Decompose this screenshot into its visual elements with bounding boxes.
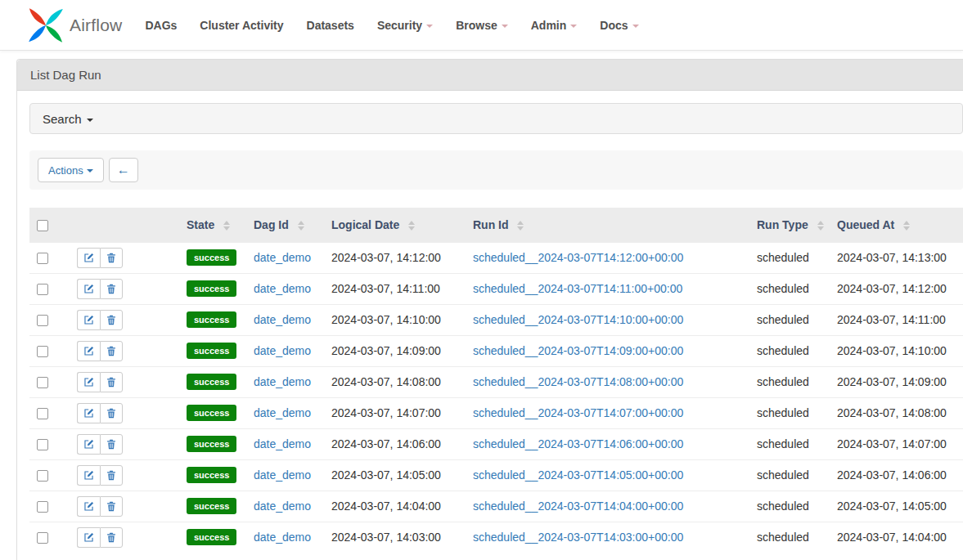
queued-at-cell: 2024-03-07, 14:08:00	[837, 397, 963, 428]
trash-icon	[106, 408, 116, 419]
nav-item[interactable]: Browse	[444, 19, 520, 32]
edit-record-button[interactable]	[77, 434, 100, 455]
select-all-checkbox[interactable]	[37, 220, 48, 231]
run-id-link[interactable]: scheduled__2024-03-07T14:04:00+00:00	[473, 500, 683, 513]
row-checkbox[interactable]	[37, 439, 48, 450]
delete-record-button[interactable]	[100, 434, 123, 455]
search-toggle[interactable]: Search	[29, 103, 963, 134]
airflow-brand[interactable]: Airflow	[27, 7, 122, 44]
row-checkbox[interactable]	[37, 253, 48, 264]
nav-item[interactable]: DAGs	[133, 19, 188, 32]
sort-icon[interactable]	[408, 221, 415, 231]
delete-record-button[interactable]	[100, 279, 123, 299]
edit-record-button[interactable]	[77, 403, 100, 423]
sort-icon[interactable]	[298, 221, 304, 231]
edit-record-button[interactable]	[77, 527, 100, 548]
delete-record-button[interactable]	[100, 341, 123, 361]
dag-id-link[interactable]: date_demo	[254, 531, 311, 544]
column-header-state[interactable]: State	[187, 208, 254, 242]
column-header-run-type[interactable]: Run Type	[757, 208, 837, 242]
delete-record-button[interactable]	[100, 372, 123, 392]
logical-date-cell: 2024-03-07, 14:12:00	[331, 242, 473, 273]
run-type-cell: scheduled	[757, 242, 837, 273]
edit-record-button[interactable]	[77, 496, 100, 517]
brand-title: Airflow	[70, 16, 122, 35]
column-header-run-id[interactable]: Run Id	[473, 208, 757, 242]
row-checkbox[interactable]	[37, 315, 48, 326]
chevron-down-icon	[632, 25, 639, 28]
run-id-link[interactable]: scheduled__2024-03-07T14:09:00+00:00	[473, 344, 683, 357]
run-id-link[interactable]: scheduled__2024-03-07T14:12:00+00:00	[473, 251, 683, 264]
top-navbar: Airflow DAGs Cluster Activity Datasets S…	[0, 0, 963, 51]
status-badge: success	[187, 529, 236, 545]
back-button[interactable]: ←	[109, 158, 138, 182]
run-type-cell: scheduled	[757, 522, 837, 553]
trash-icon	[106, 346, 116, 356]
column-header-queued-at[interactable]: Queued At	[837, 208, 963, 242]
nav-item-label: DAGs	[145, 19, 177, 32]
dag-id-link[interactable]: date_demo	[254, 406, 311, 419]
logical-date-cell: 2024-03-07, 14:06:00	[331, 428, 473, 459]
sort-icon[interactable]	[223, 221, 230, 231]
delete-record-button[interactable]	[100, 248, 123, 268]
run-type-cell: scheduled	[757, 491, 837, 522]
row-checkbox[interactable]	[37, 377, 48, 388]
run-id-link[interactable]: scheduled__2024-03-07T14:08:00+00:00	[473, 375, 683, 388]
column-header-logical-date[interactable]: Logical Date	[331, 208, 473, 242]
sort-icon[interactable]	[817, 221, 824, 231]
search-label: Search	[43, 112, 82, 126]
dag-id-link[interactable]: date_demo	[254, 468, 311, 482]
delete-record-button[interactable]	[100, 310, 123, 330]
dag-id-link[interactable]: date_demo	[254, 437, 311, 450]
run-type-cell: scheduled	[757, 366, 837, 397]
table-row: success date_demo 2024-03-07, 14:10:00 s…	[29, 304, 963, 335]
run-id-link[interactable]: scheduled__2024-03-07T14:11:00+00:00	[473, 282, 682, 295]
edit-record-button[interactable]	[77, 465, 100, 486]
row-checkbox[interactable]	[37, 284, 48, 295]
delete-record-button[interactable]	[100, 403, 123, 423]
row-checkbox[interactable]	[37, 532, 48, 544]
edit-record-button[interactable]	[77, 341, 100, 361]
dag-id-link[interactable]: date_demo	[254, 251, 311, 264]
table-row: success date_demo 2024-03-07, 14:06:00 s…	[29, 428, 963, 459]
nav-item[interactable]: Datasets	[295, 19, 366, 32]
row-checkbox[interactable]	[37, 501, 48, 513]
nav-item-label: Browse	[456, 19, 497, 32]
queued-at-cell: 2024-03-07, 14:06:00	[837, 459, 963, 491]
edit-record-button[interactable]	[77, 248, 100, 268]
edit-record-button[interactable]	[77, 372, 100, 392]
delete-record-button[interactable]	[100, 465, 123, 486]
row-checkbox[interactable]	[37, 470, 48, 482]
run-id-link[interactable]: scheduled__2024-03-07T14:06:00+00:00	[473, 437, 683, 450]
run-id-link[interactable]: scheduled__2024-03-07T14:07:00+00:00	[473, 406, 683, 419]
column-header-dag-id[interactable]: Dag Id	[254, 208, 331, 242]
actions-label: Actions	[48, 164, 83, 177]
run-id-link[interactable]: scheduled__2024-03-07T14:10:00+00:00	[473, 313, 683, 326]
edit-icon	[83, 532, 94, 543]
table-header-row: State Dag Id Logical Date Run Id	[29, 208, 963, 242]
edit-record-button[interactable]	[77, 310, 100, 330]
dag-id-link[interactable]: date_demo	[254, 282, 311, 295]
dag-id-link[interactable]: date_demo	[254, 375, 311, 388]
nav-item[interactable]: Admin	[520, 19, 589, 32]
row-checkbox[interactable]	[37, 346, 48, 357]
dag-id-link[interactable]: date_demo	[254, 313, 311, 326]
queued-at-cell: 2024-03-07, 14:07:00	[837, 428, 963, 459]
run-type-cell: scheduled	[757, 428, 837, 459]
delete-record-button[interactable]	[100, 496, 123, 517]
trash-icon	[106, 377, 116, 388]
edit-record-button[interactable]	[77, 279, 100, 299]
nav-item[interactable]: Docs	[588, 19, 650, 32]
sort-icon[interactable]	[903, 221, 910, 231]
sort-icon[interactable]	[517, 221, 524, 231]
dag-id-link[interactable]: date_demo	[254, 500, 311, 513]
run-id-link[interactable]: scheduled__2024-03-07T14:03:00+00:00	[473, 531, 683, 544]
status-badge: success	[187, 311, 236, 328]
row-checkbox[interactable]	[37, 408, 48, 419]
dag-id-link[interactable]: date_demo	[254, 344, 311, 357]
actions-dropdown-button[interactable]: Actions	[38, 158, 104, 182]
delete-record-button[interactable]	[100, 527, 123, 548]
run-id-link[interactable]: scheduled__2024-03-07T14:05:00+00:00	[473, 468, 683, 482]
nav-item[interactable]: Cluster Activity	[188, 19, 295, 32]
nav-item[interactable]: Security	[366, 19, 444, 32]
